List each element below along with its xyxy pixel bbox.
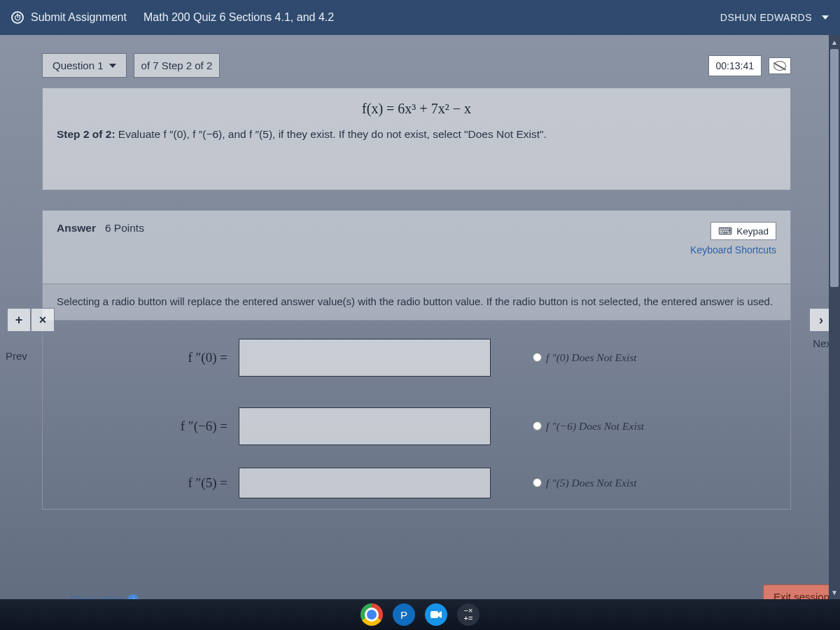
left-tool-strip: + ×	[7, 308, 55, 332]
dne-label-0: f ″(0) Does Not Exist	[546, 351, 637, 364]
user-menu[interactable]: DSHUN EDWARDS	[720, 12, 829, 23]
answer-label-2: f ″(5) =	[43, 475, 239, 491]
answer-input-1[interactable]	[239, 407, 491, 445]
dne-option-2[interactable]: f ″(5) Does Not Exist	[533, 477, 637, 489]
question-number: Question 1	[52, 59, 104, 71]
caret-down-icon	[109, 64, 116, 68]
answer-header-block: Answer 6 Points ⌨ Keypad Keyboard Shortc…	[42, 210, 791, 284]
radio-hint: Selecting a radio button will replace th…	[42, 284, 791, 321]
camera-icon[interactable]	[425, 603, 447, 626]
answer-inputs: f ″(0) = f ″(0) Does Not Exist f ″(−6) =…	[42, 321, 791, 510]
answer-row-0: f ″(0) = f ″(0) Does Not Exist	[43, 339, 790, 377]
answer-label-0: f ″(0) =	[43, 350, 239, 365]
calculator-icon[interactable]: −×+=	[457, 603, 479, 626]
keypad-icon: ⌨	[718, 225, 732, 237]
taskbar: P −×+=	[0, 599, 840, 630]
step-label: Step 2 of 2:	[57, 128, 115, 140]
question-header: Question 1 of 7 Step 2 of 2 00:13:41	[42, 53, 791, 78]
scroll-thumb[interactable]	[830, 49, 839, 287]
chrome-icon[interactable]	[360, 603, 383, 626]
caret-down-icon	[822, 15, 829, 20]
step-indicator: of 7 Step 2 of 2	[134, 53, 220, 78]
question-body: f(x) = 6x³ + 7x² − x Step 2 of 2: Evalua…	[42, 88, 791, 190]
step-text-label: of 7 Step 2 of 2	[141, 59, 213, 71]
assignment-title: Math 200 Quiz 6 Sections 4.1, and 4.2	[144, 11, 334, 24]
scroll-down-icon[interactable]: ▼	[829, 587, 840, 598]
eye-slash-icon	[774, 61, 786, 71]
prev-button[interactable]: Prev	[6, 350, 27, 362]
zoom-in-button[interactable]: +	[7, 308, 31, 332]
clock-icon: ⏱	[11, 11, 24, 24]
dne-radio-2[interactable]	[533, 478, 542, 487]
submit-assignment-link[interactable]: Submit Assignment	[31, 11, 127, 24]
answer-row-2: f ″(5) = f ″(5) Does Not Exist	[43, 468, 790, 498]
app-icon-p[interactable]: P	[393, 603, 415, 626]
scroll-up-icon[interactable]: ▲	[829, 36, 840, 48]
dne-option-0[interactable]: f ″(0) Does Not Exist	[533, 351, 637, 364]
dne-radio-1[interactable]	[533, 421, 542, 430]
svg-rect-0	[430, 611, 438, 618]
answer-label-1: f ″(−6) =	[43, 419, 239, 434]
dne-label-2: f ″(5) Does Not Exist	[546, 477, 637, 489]
points-label: 6 Points	[105, 222, 144, 234]
step-instruction: Step 2 of 2: Evaluate f ″(0), f ″(−6), a…	[57, 128, 776, 141]
keypad-label: Keypad	[736, 226, 769, 237]
keyboard-shortcuts-link[interactable]: Keyboard Shortcuts	[690, 244, 776, 255]
content-area: Question 1 of 7 Step 2 of 2 00:13:41 f(x…	[0, 35, 840, 630]
dne-option-1[interactable]: f ″(−6) Does Not Exist	[533, 420, 644, 433]
answer-label: Answer	[57, 222, 96, 234]
function-formula: f(x) = 6x³ + 7x² − x	[57, 101, 776, 117]
timer-display: 00:13:41	[708, 55, 762, 76]
answer-row-1: f ″(−6) = f ″(−6) Does Not Exist	[43, 407, 790, 445]
close-tool-button[interactable]: ×	[31, 308, 55, 332]
vertical-scrollbar[interactable]: ▲ ▼	[829, 35, 840, 599]
question-selector[interactable]: Question 1	[42, 53, 127, 78]
timer-value: 00:13:41	[716, 60, 755, 71]
step-detail: Evaluate f ″(0), f ″(−6), and f ″(5), if…	[115, 128, 547, 140]
answer-input-2[interactable]	[239, 468, 491, 498]
dne-label-1: f ″(−6) Does Not Exist	[546, 420, 644, 433]
hide-timer-button[interactable]	[769, 57, 791, 74]
answer-input-0[interactable]	[239, 339, 491, 377]
user-name: DSHUN EDWARDS	[720, 12, 812, 23]
keypad-button[interactable]: ⌨ Keypad	[710, 222, 776, 240]
top-bar: ⏱ Submit Assignment Math 200 Quiz 6 Sect…	[0, 0, 840, 35]
dne-radio-0[interactable]	[533, 353, 542, 362]
